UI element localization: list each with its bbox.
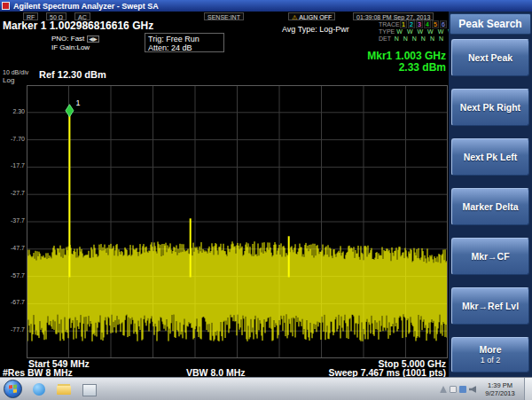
softkey-next-pk-left[interactable]: Next Pk Left xyxy=(451,138,529,176)
det-label: DET xyxy=(379,35,393,42)
marker-readout: Marker 1 1.002986816616 GHz xyxy=(3,20,153,32)
trace-1-indicator: 1 xyxy=(400,20,407,28)
y-axis-label: 2.30 xyxy=(1,108,25,114)
log-scale-label: Log xyxy=(3,76,14,84)
y-axis-label: -47.7 xyxy=(1,245,25,251)
system-tray: 1:39 PM 9/27/2013 xyxy=(440,378,532,400)
align-warning: ⚠ALIGN OFF xyxy=(288,12,335,20)
align-warning-text: ALIGN OFF xyxy=(299,14,332,20)
marker-number: 1 xyxy=(75,98,80,107)
y-axis-label: -57.7 xyxy=(1,272,25,278)
pno-toggle-icon: ◀▶ xyxy=(87,35,98,43)
window-titlebar[interactable]: Agilent Spectrum Analyzer - Swept SA xyxy=(0,0,532,12)
ref-level-label: Ref 12.30 dBm xyxy=(39,69,106,80)
trace-row: TRACE 1 2 3 4 5 6 xyxy=(379,21,448,27)
softkey-next-pk-right[interactable]: Next Pk Right xyxy=(451,89,529,126)
show-desktop-button[interactable] xyxy=(524,378,532,400)
browser-icon[interactable] xyxy=(28,380,50,398)
attenuation-setting: Atten: 24 dB xyxy=(148,43,221,52)
trace-6-indicator: 6 xyxy=(440,20,447,28)
taskbar: 1:39 PM 9/27/2013 xyxy=(0,377,532,400)
marker-result-ampl: 2.33 dBm xyxy=(367,62,446,74)
type-row: TYPE WWWWWW xyxy=(379,28,448,35)
marker-result: Mkr1 1.003 GHz 2.33 dBm xyxy=(367,51,446,74)
more-label: More xyxy=(479,344,501,355)
trigger-settings-box: Trig: Free Run Atten: 24 dB xyxy=(145,33,224,52)
pno-setting: PNO: Fast◀▶ xyxy=(51,35,99,43)
taskbar-clock[interactable]: 1:39 PM 9/27/2013 xyxy=(479,381,521,397)
det-row: DET NNNNNN xyxy=(379,35,448,42)
softkey-next-peak[interactable]: Next Peak xyxy=(451,39,529,76)
network-icon[interactable] xyxy=(459,386,466,393)
softkey-more[interactable]: More 1 of 2 xyxy=(451,337,529,373)
y-axis-label: -17.7 xyxy=(1,162,25,169)
clock-time: 1:39 PM xyxy=(479,381,521,389)
softkey-mkr-to-cf[interactable]: Mkr→CF xyxy=(451,238,529,275)
y-axis-label: -27.7 xyxy=(1,190,25,196)
file-explorer-icon[interactable] xyxy=(53,380,74,398)
desktop: Agilent Spectrum Analyzer - Swept SA RF … xyxy=(0,0,532,400)
spectrum-display: 1 xyxy=(27,85,448,358)
hidden-icons-button[interactable] xyxy=(440,386,447,393)
trace-status-block: TRACE 1 2 3 4 5 6 TYPE WWWWWW DET NNNNNN xyxy=(379,21,448,43)
instrument-datetime: 01:39:08 PM Sep 27, 2013 xyxy=(353,12,434,20)
trace-3-indicator: 3 xyxy=(416,20,423,28)
softkey-menu-title: Peak Search xyxy=(450,13,531,35)
trace-4-indicator: 4 xyxy=(424,20,431,28)
y-axis-label: -77.7 xyxy=(1,326,25,333)
application-icon[interactable] xyxy=(78,380,99,398)
window-title: Agilent Spectrum Analyzer - Swept SA xyxy=(13,2,159,11)
softkey-panel: Peak Search Next Peak Next Pk Right Next… xyxy=(449,12,532,377)
trace-5-indicator: 5 xyxy=(432,20,439,28)
action-center-icon[interactable] xyxy=(450,386,457,393)
clock-date: 9/27/2013 xyxy=(479,389,521,397)
windows-flag-icon xyxy=(9,385,17,394)
trace-label: TRACE xyxy=(379,21,400,27)
marker-diamond xyxy=(66,105,74,117)
pno-label: PNO: Fast xyxy=(51,35,84,43)
y-axis-label: -7.70 xyxy=(1,136,25,142)
if-gain-setting: IF Gain:Low xyxy=(51,43,90,51)
start-button[interactable] xyxy=(4,380,22,398)
softkey-marker-delta[interactable]: Marker Delta xyxy=(451,188,529,225)
spectrum-trace: 1 xyxy=(27,85,448,358)
scale-per-div-label: 10 dB/div xyxy=(3,69,28,75)
sense-indicator: SENSE:INT xyxy=(204,12,244,20)
softkey-mkr-to-ref-lvl[interactable]: Mkr→Ref Lvl xyxy=(451,287,529,325)
avg-type-label: Avg Type: Log-Pwr xyxy=(282,25,349,34)
more-page-indicator: 1 of 2 xyxy=(481,355,501,365)
trigger-setting: Trig: Free Run xyxy=(148,35,221,43)
type-label: TYPE xyxy=(379,28,395,35)
warning-icon: ⚠ xyxy=(292,14,297,20)
volume-icon[interactable] xyxy=(469,386,476,393)
y-axis-label: -37.7 xyxy=(1,217,25,224)
y-axis-label: -67.7 xyxy=(1,299,25,305)
app-icon xyxy=(2,2,10,10)
det-values: NNNNNN xyxy=(393,35,448,42)
trace-2-indicator: 2 xyxy=(408,20,415,28)
